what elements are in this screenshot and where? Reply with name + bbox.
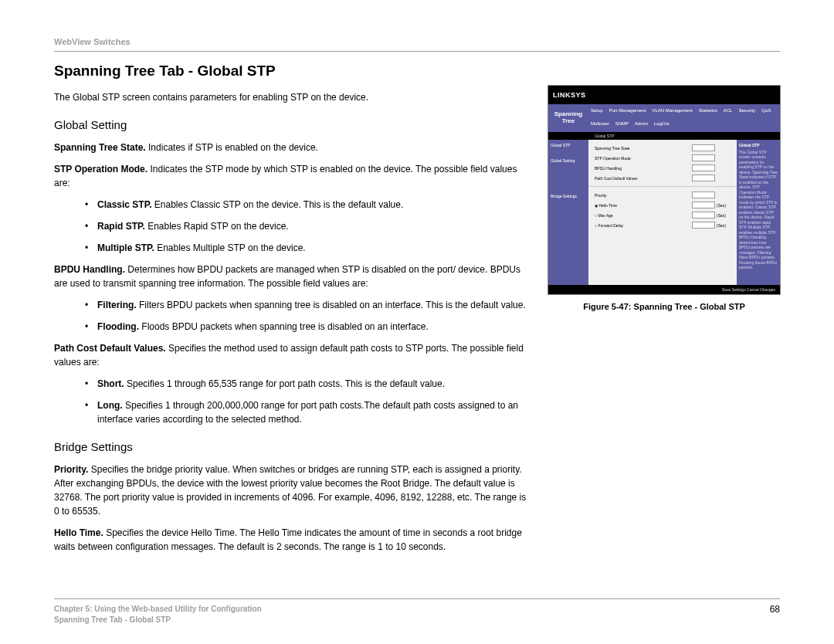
item-text: Specifies 1 through 65,535 range for por… <box>124 378 445 389</box>
stp-operation-mode-desc: STP Operation Mode. Indicates the STP mo… <box>54 162 527 190</box>
figure-left-sidebar: Global STP Global Setting Bridge Setting… <box>548 140 588 285</box>
list-item: Rapid STP. Enables Rapid STP on the devi… <box>54 219 527 233</box>
item-bold: Filtering. <box>97 300 137 310</box>
figure-column: LINKSYS Spanning Tree Setup Port Managem… <box>548 63 780 561</box>
form-row: STP Operation Mode <box>595 154 731 161</box>
nav-tab: VLAN Management <box>649 107 694 114</box>
nav-tab: SNMP <box>613 120 631 127</box>
item-bold: Short. <box>97 378 124 389</box>
item-text: Filters BPDU packets when spanning tree … <box>137 300 526 310</box>
list-item: Long. Specifies 1 through 200,000,000 ra… <box>54 398 527 426</box>
nav-tab: QoS <box>759 107 773 114</box>
sidebar-item: Bridge Settings <box>551 194 586 198</box>
nav-tab: Multicast <box>588 120 612 127</box>
form-label: Path Cost Default Values <box>595 176 692 181</box>
help-heading: Global STP <box>739 143 778 148</box>
nav-section-label: Spanning Tree <box>548 104 588 132</box>
path-cost-desc: Path Cost Default Values. Specifies the … <box>54 341 527 369</box>
form-label: STP Operation Mode <box>595 156 692 161</box>
form-label: Hello Time <box>598 203 617 208</box>
section-global-setting: Global Setting <box>54 118 527 131</box>
figure-screenshot: LINKSYS Spanning Tree Setup Port Managem… <box>548 86 780 294</box>
figure-nav: Spanning Tree Setup Port Management VLAN… <box>548 104 780 132</box>
list-item: Short. Specifies 1 through 65,535 range … <box>54 377 527 391</box>
label-bold: Path Cost Default Values. <box>54 343 166 354</box>
page-title: Spanning Tree Tab - Global STP <box>54 63 527 80</box>
linksys-logo: LINKSYS <box>553 91 586 99</box>
figure-caption: Figure 5-47: Spanning Tree - Global STP <box>548 302 780 311</box>
form-row: Priority <box>595 192 731 198</box>
form-row: Path Cost Default Values <box>595 175 731 181</box>
input-field <box>692 202 715 208</box>
label-bold: Hello Time. <box>54 527 103 538</box>
form-label: Forward Delay <box>598 223 623 228</box>
sidebar-item: Global Setting <box>551 158 586 163</box>
page-number: 68 <box>770 604 780 615</box>
item-text: Enables Multiple STP on the device. <box>154 242 306 253</box>
dropdown-icon <box>692 154 715 161</box>
label-text: Specifies the bridge priority value. Whe… <box>54 464 526 517</box>
path-cost-list: Short. Specifies 1 through 65,535 range … <box>54 377 527 426</box>
figure-topbar: LINKSYS <box>548 86 780 104</box>
form-row: ○ Max Age(Sec) <box>595 212 731 219</box>
help-text: The Global STP screen contains parameter… <box>739 150 778 270</box>
nav-tab: Statistics <box>697 107 720 114</box>
label-bold: STP Operation Mode. <box>54 164 147 175</box>
figure-footer: Save Settings Cancel Changes <box>548 285 780 294</box>
form-row: Spanning Tree State <box>595 144 731 151</box>
spanning-tree-state-desc: Spanning Tree State. Indicates if STP is… <box>54 141 527 154</box>
footer-chapter-info: Chapter 5: Using the Web-based Utility f… <box>54 604 262 625</box>
label-text: Specifies the device Hello Time. The Hel… <box>54 527 522 552</box>
item-bold: Flooding. <box>97 321 139 332</box>
intro-paragraph: The Global STP screen contains parameter… <box>54 90 527 104</box>
item-text: Floods BPDU packets when spanning tree i… <box>139 321 429 332</box>
list-item: Flooding. Floods BPDU packets when spann… <box>54 320 527 334</box>
form-row: ○ Forward Delay(Sec) <box>595 222 731 229</box>
unit-label: (Sec) <box>717 203 731 208</box>
label-bold: Spanning Tree State. <box>54 142 146 153</box>
bpdu-handling-desc: BPDU Handling. Determines how BPDU packe… <box>54 263 527 290</box>
figure-subnav: Global STP <box>548 132 780 140</box>
unit-label: (Sec) <box>717 213 731 218</box>
item-bold: Long. <box>97 400 123 411</box>
priority-desc: Priority. Specifies the bridge priority … <box>54 463 527 518</box>
label-bold: BPDU Handling. <box>54 264 125 275</box>
nav-tab: Port Management <box>607 107 649 114</box>
footer-rule <box>54 598 780 599</box>
form-label: Max Age <box>598 213 612 218</box>
main-text-column: Spanning Tree Tab - Global STP The Globa… <box>54 63 527 561</box>
nav-tabs: Setup Port Management VLAN Management St… <box>588 104 780 132</box>
nav-tab: Admin <box>632 120 650 127</box>
nav-tab: ACL <box>721 107 735 114</box>
dropdown-icon <box>692 164 715 171</box>
stp-mode-list: Classic STP. Enables Classic STP on the … <box>54 198 527 255</box>
input-field <box>692 192 715 198</box>
hello-time-desc: Hello Time. Specifies the device Hello T… <box>54 526 527 554</box>
header-rule <box>54 51 780 52</box>
subnav-item: Global STP <box>595 134 615 138</box>
nav-tab: Setup <box>588 107 605 114</box>
item-bold: Classic STP. <box>97 199 152 210</box>
nav-label-line2: Tree <box>562 118 575 125</box>
input-field <box>692 212 715 219</box>
footer-buttons-text: Save Settings Cancel Changes <box>722 287 775 292</box>
item-text: Enables Classic STP on the device. This … <box>152 199 404 210</box>
form-label: Spanning Tree State <box>595 146 692 151</box>
unit-label: (Sec) <box>717 223 731 228</box>
form-row: ◉ Hello Time(Sec) <box>595 202 731 208</box>
figure-form-area: Spanning Tree State STP Operation Mode B… <box>588 140 737 285</box>
form-row: BPDU Handling <box>595 164 731 171</box>
item-text: Enables Rapid STP on the device. <box>145 221 289 232</box>
footer-line2: Spanning Tree Tab - Global STP <box>54 615 262 625</box>
form-label: BPDU Handling <box>595 166 692 171</box>
label-text: Indicates if STP is enabled on the devic… <box>146 142 318 153</box>
list-item: Filtering. Filters BPDU packets when spa… <box>54 298 527 312</box>
running-header: WebView Switches <box>54 37 780 46</box>
form-label: Priority <box>595 193 692 198</box>
bpdu-list: Filtering. Filters BPDU packets when spa… <box>54 298 527 334</box>
footer-line1: Chapter 5: Using the Web-based Utility f… <box>54 604 262 615</box>
label-bold: Priority. <box>54 464 88 475</box>
item-bold: Multiple STP. <box>97 242 154 253</box>
dropdown-icon <box>692 175 715 181</box>
nav-tab: Security <box>736 107 758 114</box>
